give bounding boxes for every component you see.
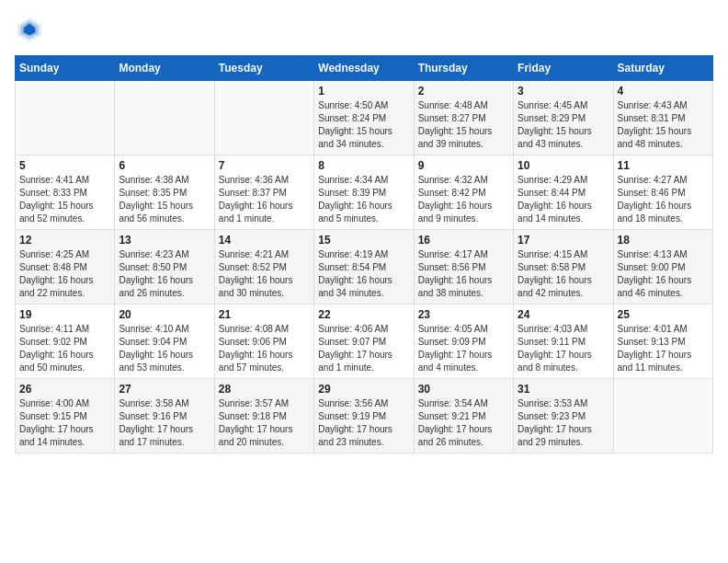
calendar-day-cell: 22Sunrise: 4:06 AM Sunset: 9:07 PM Dayli… [314,304,414,379]
calendar-day-cell: 13Sunrise: 4:23 AM Sunset: 8:50 PM Dayli… [115,230,214,304]
calendar-day-cell: 26Sunrise: 4:00 AM Sunset: 9:15 PM Dayli… [16,379,115,454]
day-info: Sunrise: 4:19 AM Sunset: 8:54 PM Dayligh… [318,248,409,300]
day-info: Sunrise: 4:01 AM Sunset: 9:13 PM Dayligh… [618,323,709,374]
day-info: Sunrise: 4:13 AM Sunset: 9:00 PM Dayligh… [618,248,709,300]
day-number: 29 [318,383,409,396]
calendar-day-cell: 5Sunrise: 4:41 AM Sunset: 8:33 PM Daylig… [16,155,115,230]
day-info: Sunrise: 4:17 AM Sunset: 8:56 PM Dayligh… [418,248,509,300]
day-number: 18 [618,234,709,247]
day-number: 16 [418,234,509,247]
page-header [15,15,713,44]
logo-icon [15,15,44,44]
day-info: Sunrise: 4:23 AM Sunset: 8:50 PM Dayligh… [119,248,210,300]
day-number: 10 [518,159,609,172]
day-number: 19 [19,308,110,321]
day-info: Sunrise: 4:11 AM Sunset: 9:02 PM Dayligh… [19,323,110,374]
calendar-day-cell: 23Sunrise: 4:05 AM Sunset: 9:09 PM Dayli… [414,304,513,379]
calendar-day-cell [613,379,712,454]
calendar-day-cell: 15Sunrise: 4:19 AM Sunset: 8:54 PM Dayli… [314,230,414,304]
calendar-day-cell: 1Sunrise: 4:50 AM Sunset: 8:24 PM Daylig… [314,81,414,155]
calendar-day-cell: 25Sunrise: 4:01 AM Sunset: 9:13 PM Dayli… [613,304,712,379]
day-number: 30 [418,383,509,396]
calendar-day-cell: 30Sunrise: 3:54 AM Sunset: 9:21 PM Dayli… [414,379,513,454]
calendar-day-cell: 16Sunrise: 4:17 AM Sunset: 8:56 PM Dayli… [414,230,513,304]
day-number: 4 [618,85,709,98]
calendar-week-row: 5Sunrise: 4:41 AM Sunset: 8:33 PM Daylig… [16,155,713,230]
calendar-day-cell: 11Sunrise: 4:27 AM Sunset: 8:46 PM Dayli… [613,155,712,230]
day-info: Sunrise: 4:29 AM Sunset: 8:44 PM Dayligh… [518,174,609,225]
day-number: 1 [318,85,409,98]
day-info: Sunrise: 4:34 AM Sunset: 8:39 PM Dayligh… [318,174,409,225]
calendar-day-cell: 14Sunrise: 4:21 AM Sunset: 8:52 PM Dayli… [214,230,313,304]
day-info: Sunrise: 4:50 AM Sunset: 8:24 PM Dayligh… [318,99,409,151]
day-info: Sunrise: 4:15 AM Sunset: 8:58 PM Dayligh… [518,248,609,300]
day-info: Sunrise: 4:25 AM Sunset: 8:48 PM Dayligh… [19,248,110,300]
calendar-header-row: SundayMondayTuesdayWednesdayThursdayFrid… [16,56,713,81]
day-info: Sunrise: 3:54 AM Sunset: 9:21 PM Dayligh… [418,397,509,449]
day-info: Sunrise: 4:08 AM Sunset: 9:06 PM Dayligh… [219,323,310,374]
calendar-day-cell: 6Sunrise: 4:38 AM Sunset: 8:35 PM Daylig… [115,155,214,230]
day-info: Sunrise: 4:00 AM Sunset: 9:15 PM Dayligh… [19,397,110,449]
calendar-week-row: 19Sunrise: 4:11 AM Sunset: 9:02 PM Dayli… [16,304,713,379]
day-info: Sunrise: 3:53 AM Sunset: 9:23 PM Dayligh… [518,397,609,449]
day-of-week-header: Sunday [16,56,115,81]
day-info: Sunrise: 4:36 AM Sunset: 8:37 PM Dayligh… [219,174,310,225]
calendar-day-cell [115,81,214,155]
calendar-day-cell: 10Sunrise: 4:29 AM Sunset: 8:44 PM Dayli… [514,155,613,230]
day-number: 17 [518,234,609,247]
day-info: Sunrise: 4:03 AM Sunset: 9:11 PM Dayligh… [518,323,609,374]
day-info: Sunrise: 4:43 AM Sunset: 8:31 PM Dayligh… [618,99,709,151]
day-info: Sunrise: 3:58 AM Sunset: 9:16 PM Dayligh… [119,397,210,449]
calendar-day-cell: 31Sunrise: 3:53 AM Sunset: 9:23 PM Dayli… [514,379,613,454]
day-number: 13 [119,234,210,247]
calendar-day-cell: 2Sunrise: 4:48 AM Sunset: 8:27 PM Daylig… [414,81,513,155]
day-number: 31 [518,383,609,396]
day-info: Sunrise: 4:32 AM Sunset: 8:42 PM Dayligh… [418,174,509,225]
day-number: 23 [418,308,509,321]
calendar-day-cell: 21Sunrise: 4:08 AM Sunset: 9:06 PM Dayli… [214,304,313,379]
day-of-week-header: Friday [514,56,613,81]
day-number: 9 [418,159,509,172]
calendar-day-cell: 20Sunrise: 4:10 AM Sunset: 9:04 PM Dayli… [115,304,214,379]
calendar-day-cell [16,81,115,155]
day-number: 2 [418,85,509,98]
calendar-day-cell: 7Sunrise: 4:36 AM Sunset: 8:37 PM Daylig… [214,155,313,230]
calendar-day-cell: 4Sunrise: 4:43 AM Sunset: 8:31 PM Daylig… [613,81,712,155]
day-info: Sunrise: 3:57 AM Sunset: 9:18 PM Dayligh… [219,397,310,449]
day-of-week-header: Tuesday [214,56,313,81]
day-info: Sunrise: 4:21 AM Sunset: 8:52 PM Dayligh… [219,248,310,300]
day-number: 14 [219,234,310,247]
day-number: 22 [318,308,409,321]
calendar-week-row: 1Sunrise: 4:50 AM Sunset: 8:24 PM Daylig… [16,81,713,155]
day-info: Sunrise: 4:10 AM Sunset: 9:04 PM Dayligh… [119,323,210,374]
day-number: 20 [119,308,210,321]
day-number: 3 [518,85,609,98]
logo [15,15,48,44]
day-number: 25 [618,308,709,321]
day-number: 28 [219,383,310,396]
day-info: Sunrise: 4:45 AM Sunset: 8:29 PM Dayligh… [518,99,609,151]
day-number: 11 [618,159,709,172]
day-number: 24 [518,308,609,321]
calendar-day-cell: 17Sunrise: 4:15 AM Sunset: 8:58 PM Dayli… [514,230,613,304]
day-of-week-header: Wednesday [314,56,414,81]
calendar-day-cell: 27Sunrise: 3:58 AM Sunset: 9:16 PM Dayli… [115,379,214,454]
day-info: Sunrise: 4:27 AM Sunset: 8:46 PM Dayligh… [618,174,709,225]
day-info: Sunrise: 4:06 AM Sunset: 9:07 PM Dayligh… [318,323,409,374]
day-number: 8 [318,159,409,172]
day-info: Sunrise: 3:56 AM Sunset: 9:19 PM Dayligh… [318,397,409,449]
calendar-day-cell: 12Sunrise: 4:25 AM Sunset: 8:48 PM Dayli… [16,230,115,304]
day-info: Sunrise: 4:38 AM Sunset: 8:35 PM Dayligh… [119,174,210,225]
day-number: 5 [19,159,110,172]
day-of-week-header: Thursday [414,56,513,81]
calendar-day-cell: 8Sunrise: 4:34 AM Sunset: 8:39 PM Daylig… [314,155,414,230]
day-info: Sunrise: 4:48 AM Sunset: 8:27 PM Dayligh… [418,99,509,151]
day-number: 26 [19,383,110,396]
calendar-week-row: 12Sunrise: 4:25 AM Sunset: 8:48 PM Dayli… [16,230,713,304]
day-of-week-header: Saturday [613,56,712,81]
day-number: 21 [219,308,310,321]
day-of-week-header: Monday [115,56,214,81]
calendar-day-cell: 24Sunrise: 4:03 AM Sunset: 9:11 PM Dayli… [514,304,613,379]
day-number: 15 [318,234,409,247]
day-number: 6 [119,159,210,172]
